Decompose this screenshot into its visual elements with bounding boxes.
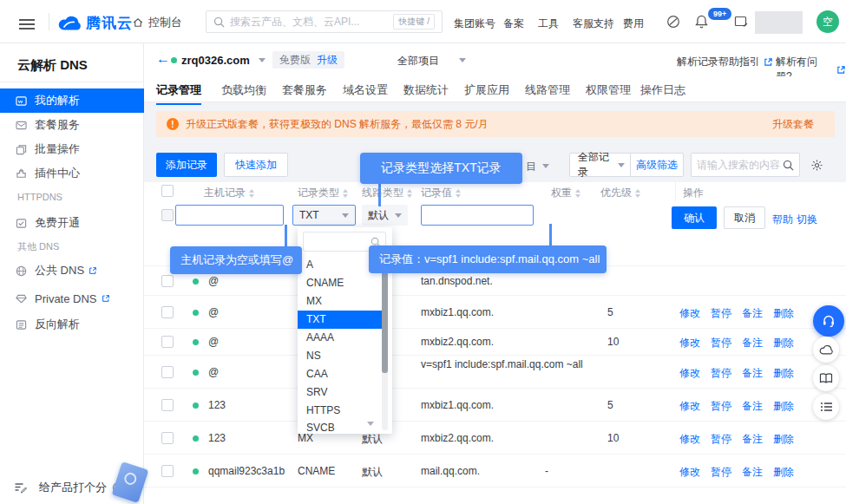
action-pause[interactable]: 暂停	[711, 432, 731, 447]
project-caret-icon[interactable]	[459, 58, 466, 66]
action-pause[interactable]: 暂停	[711, 399, 731, 414]
action-note[interactable]: 备注	[742, 465, 763, 480]
tab-domain-settings[interactable]: 域名设置	[343, 82, 388, 103]
advanced-filter-button[interactable]: 高级筛选	[630, 153, 684, 177]
sidebar-item-public-dns[interactable]: 公共 DNS	[0, 259, 144, 283]
dropdown-option-txt[interactable]: TXT	[298, 311, 382, 329]
action-modify[interactable]: 修改	[679, 399, 700, 414]
search-icon[interactable]	[783, 160, 794, 171]
domain-caret-icon[interactable]	[259, 58, 266, 66]
col-priority[interactable]: 优先级	[600, 186, 640, 200]
sidebar-item-free-activate[interactable]: 免费开通	[0, 211, 144, 235]
column-settings-gear-icon[interactable]	[810, 159, 823, 172]
project-filter[interactable]: 全部项目	[397, 54, 439, 69]
dropdown-option-aaaa[interactable]: AAAA	[298, 329, 382, 347]
user-name-redacted[interactable]	[755, 11, 803, 34]
customer-service-button[interactable]	[813, 305, 844, 337]
cloud-assistant-button[interactable]	[813, 337, 839, 363]
avatar[interactable]: 空	[816, 10, 839, 33]
dropdown-option-ns[interactable]: NS	[298, 347, 382, 365]
sort-icon[interactable]	[456, 189, 461, 198]
topnav-tools[interactable]: 工具	[538, 16, 559, 31]
action-delete[interactable]: 删除	[773, 306, 794, 321]
action-modify[interactable]: 修改	[679, 366, 700, 381]
action-delete[interactable]: 删除	[773, 366, 794, 381]
tab-operation-log[interactable]: 操作日志	[640, 82, 685, 103]
tab-record-management[interactable]: 记录管理	[156, 82, 201, 105]
action-note[interactable]: 备注	[742, 336, 763, 350]
sidebar-item-private-dns[interactable]: Private DNS	[0, 286, 144, 311]
console-link[interactable]: 控制台	[132, 15, 182, 30]
table-row[interactable]: @ v=spf1 include:spf.mail.qq.com ~all 修改…	[144, 356, 846, 389]
console-panel-icon[interactable]	[734, 15, 749, 29]
host-record-input[interactable]	[175, 205, 284, 226]
covered-dropdown-fragment[interactable]: 目	[526, 160, 536, 174]
dropdown-option-srv[interactable]: SRV	[298, 383, 382, 402]
action-note[interactable]: 备注	[742, 399, 763, 414]
tab-package-service[interactable]: 套餐服务	[282, 82, 327, 103]
action-modify[interactable]: 修改	[679, 432, 700, 447]
row-checkbox[interactable]	[161, 336, 174, 348]
tab-data-statistics[interactable]: 数据统计	[403, 82, 449, 103]
record-type-select[interactable]: TXT	[292, 205, 356, 226]
documentation-button[interactable]	[813, 365, 839, 391]
sort-icon[interactable]	[575, 189, 580, 198]
table-row[interactable]: 123 MX 默认 mxbiz2.qq.com. 10 修改 暂停 备注 删除	[144, 422, 846, 455]
action-pause[interactable]: 暂停	[711, 366, 731, 381]
cancel-button[interactable]: 取消	[724, 206, 765, 229]
col-weight[interactable]: 权重	[551, 186, 580, 200]
table-search-input[interactable]	[697, 159, 783, 171]
tab-extended-apps[interactable]: 扩展应用	[464, 82, 509, 103]
col-value[interactable]: 记录值	[421, 186, 461, 200]
topnav-support[interactable]: 客服支持	[573, 16, 614, 31]
tencent-cloud-logo[interactable]: 腾讯云	[57, 13, 133, 33]
row-checkbox[interactable]	[161, 306, 174, 318]
tab-load-balancing[interactable]: 负载均衡	[221, 82, 266, 103]
select-all-checkbox[interactable]	[161, 185, 174, 197]
sidebar-item-my-dns[interactable]: 我的解析	[0, 88, 144, 113]
topnav-icp[interactable]: 备案	[503, 16, 524, 31]
global-search[interactable]: 快捷键 /	[206, 10, 443, 33]
action-modify[interactable]: 修改	[679, 465, 700, 480]
hamburger-menu-icon[interactable]	[19, 16, 35, 32]
domain-name[interactable]: zrq0326.com	[181, 54, 250, 67]
feedback-icon[interactable]	[14, 481, 27, 494]
row-checkbox[interactable]	[161, 399, 174, 411]
notification-bell-icon[interactable]	[694, 14, 709, 29]
dropdown-option-mx[interactable]: MX	[298, 292, 382, 311]
banner-upgrade-link[interactable]: 升级套餐	[772, 117, 814, 132]
table-search[interactable]	[691, 153, 800, 177]
record-value-input[interactable]	[421, 205, 534, 226]
tab-permission-management[interactable]: 权限管理	[586, 82, 631, 103]
sidebar-item-plugin-center[interactable]: 插件中心	[0, 161, 144, 186]
plan-upgrade-link[interactable]: 升级	[317, 53, 338, 68]
col-type[interactable]: 记录类型	[298, 186, 348, 200]
record-filter-dropdown[interactable]: 全部记录	[569, 153, 633, 177]
sort-icon[interactable]	[343, 189, 348, 198]
circle-slash-icon[interactable]	[666, 15, 680, 29]
topnav-billing[interactable]: 费用	[623, 16, 644, 31]
action-modify[interactable]: 修改	[679, 336, 700, 350]
topnav-group-account[interactable]: 集团账号	[454, 16, 495, 31]
help-guide-link[interactable]: 解析记录帮助指引	[677, 55, 773, 69]
row-checkbox[interactable]	[161, 465, 174, 477]
dropdown-scrollbar-thumb[interactable]	[382, 259, 388, 373]
row-checkbox[interactable]	[161, 275, 174, 287]
quick-add-button[interactable]: 快速添加	[224, 153, 288, 177]
action-modify[interactable]: 修改	[679, 306, 700, 321]
action-pause[interactable]: 暂停	[711, 336, 731, 350]
sort-icon[interactable]	[249, 189, 254, 198]
dropdown-option-caa[interactable]: CAA	[298, 365, 382, 383]
dropdown-option-cname[interactable]: CNAME	[298, 274, 382, 292]
sidebar-item-package-service[interactable]: 套餐服务	[0, 113, 144, 137]
back-arrow-icon[interactable]: ←	[156, 51, 170, 67]
sort-icon[interactable]	[407, 189, 412, 198]
global-search-input[interactable]	[230, 16, 393, 28]
action-pause[interactable]: 暂停	[711, 306, 731, 321]
dropdown-option-https[interactable]: HTTPS	[298, 402, 382, 420]
table-row[interactable]: @ mxbiz2.qq.com. 10 修改 暂停 备注 删除	[144, 329, 846, 356]
action-pause[interactable]: 暂停	[711, 465, 731, 480]
table-row[interactable]: 123 mxbiz1.qq.com. 5 修改 暂停 备注 删除	[144, 389, 846, 422]
covered-dropdown-caret-icon[interactable]	[542, 164, 549, 172]
action-delete[interactable]: 删除	[773, 432, 794, 447]
